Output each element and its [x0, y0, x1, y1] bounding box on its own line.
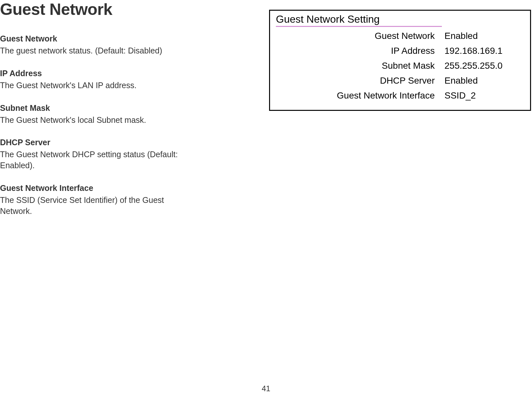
definition-description: The guest network status. (Default: Disa…: [0, 45, 195, 56]
setting-row-subnet-mask: Subnet Mask 255.255.255.0: [276, 61, 524, 71]
guest-network-setting-panel: Guest Network Setting Guest Network Enab…: [269, 10, 531, 111]
definition-description: The SSID (Service Set Identifier) of the…: [0, 195, 195, 217]
definition-label: Guest Network: [0, 34, 195, 43]
definition-item: DHCP Server The Guest Network DHCP setti…: [0, 138, 195, 171]
setting-row-guest-network-interface: Guest Network Interface SSID_2: [276, 90, 524, 101]
setting-label: Subnet Mask: [276, 61, 444, 71]
setting-label: Guest Network: [276, 31, 444, 41]
definition-item: Guest Network The guest network status. …: [0, 34, 195, 56]
panel-title: Guest Network Setting: [276, 13, 442, 27]
setting-row-dhcp-server: DHCP Server Enabled: [276, 76, 524, 86]
setting-row-ip-address: IP Address 192.168.169.1: [276, 46, 524, 56]
definition-item: Subnet Mask The Guest Network's local Su…: [0, 103, 195, 126]
page-title: Guest Network: [0, 0, 112, 19]
page-number: 41: [262, 384, 270, 393]
definition-item: Guest Network Interface The SSID (Servic…: [0, 183, 195, 217]
definition-label: Guest Network Interface: [0, 183, 195, 193]
setting-label: IP Address: [276, 46, 444, 56]
setting-label: Guest Network Interface: [276, 90, 444, 101]
setting-value: SSID_2: [444, 90, 476, 101]
definition-description: The Guest Network's LAN IP address.: [0, 80, 195, 91]
definition-label: DHCP Server: [0, 138, 195, 147]
setting-value: 255.255.255.0: [444, 61, 502, 71]
definition-label: IP Address: [0, 69, 195, 78]
definition-label: Subnet Mask: [0, 103, 195, 113]
definition-item: IP Address The Guest Network's LAN IP ad…: [0, 69, 195, 91]
setting-value: 192.168.169.1: [444, 46, 502, 56]
setting-value: Enabled: [444, 76, 478, 86]
definitions-list: Guest Network The guest network status. …: [0, 34, 195, 229]
definition-description: The Guest Network DHCP setting status (D…: [0, 149, 195, 171]
setting-label: DHCP Server: [276, 76, 444, 86]
setting-value: Enabled: [444, 31, 478, 41]
setting-row-guest-network: Guest Network Enabled: [276, 31, 524, 41]
definition-description: The Guest Network's local Subnet mask.: [0, 115, 195, 126]
